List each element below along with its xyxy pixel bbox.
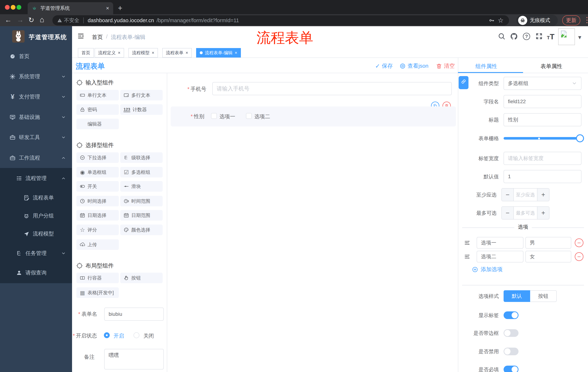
sidebar-item-home[interactable]: 首页 bbox=[0, 51, 72, 62]
min-select-placeholder[interactable]: 至少应选 bbox=[514, 189, 537, 201]
view-json-button[interactable]: 查看json bbox=[399, 62, 429, 70]
tag-process-model[interactable]: 流程模型 × bbox=[128, 48, 158, 57]
home-icon[interactable]: ⌂ bbox=[40, 15, 44, 24]
gender-checkbox-2[interactable] bbox=[246, 113, 252, 119]
url-bar[interactable]: 不安全 dashboard.yudao.iocoder.cn/bpm/manag… bbox=[52, 15, 509, 25]
sidebar-item-payment[interactable]: ¥ 支付管理 bbox=[0, 91, 72, 102]
component-rate[interactable]: ☆ 评分 bbox=[76, 224, 119, 235]
sidebar-item-infra[interactable]: 基础设施 bbox=[0, 112, 72, 123]
component-time-picker[interactable]: 时间选择 bbox=[76, 196, 119, 206]
tag-close-icon[interactable]: × bbox=[118, 50, 120, 55]
phone-input[interactable] bbox=[212, 82, 452, 95]
traffic-light-close[interactable] bbox=[5, 5, 10, 10]
gender-checkbox-1[interactable] bbox=[211, 113, 217, 119]
component-password[interactable]: 密码 bbox=[76, 104, 119, 115]
minus-icon[interactable]: − bbox=[502, 189, 514, 201]
traffic-light-zoom[interactable] bbox=[17, 5, 21, 10]
with-border-toggle[interactable] bbox=[504, 329, 518, 337]
style-button-button[interactable]: 按钮 bbox=[530, 290, 557, 302]
component-slider[interactable]: 滑块 bbox=[120, 181, 163, 192]
fullscreen-icon[interactable] bbox=[535, 32, 543, 40]
tag-process-form-edit[interactable]: 流程表单-编辑 × bbox=[196, 48, 241, 57]
component-counter[interactable]: 123 计数器 bbox=[120, 104, 163, 115]
field-name-input[interactable] bbox=[504, 95, 581, 108]
component-radio-group[interactable]: ◉ 单选框组 bbox=[76, 167, 119, 177]
tag-close-icon[interactable]: × bbox=[186, 50, 188, 55]
sidebar-item-system[interactable]: 系统管理 bbox=[0, 71, 72, 82]
component-switch[interactable]: 开关 bbox=[76, 181, 119, 192]
browser-tab[interactable]: 芋道管理系统 × bbox=[28, 2, 113, 14]
grid-slider-track[interactable] bbox=[504, 137, 582, 139]
security-badge[interactable]: 不安全 bbox=[57, 17, 79, 24]
remove-option-2-button[interactable]: − bbox=[575, 252, 583, 261]
label-width-input[interactable] bbox=[504, 152, 581, 165]
grid-slider-handle[interactable] bbox=[576, 134, 584, 142]
component-color-picker[interactable]: 颜色选择 bbox=[120, 224, 163, 235]
component-single-line-text[interactable]: 单行文本 bbox=[76, 90, 119, 100]
tag-process-form[interactable]: 流程表单 × bbox=[162, 48, 192, 57]
drag-handle-icon[interactable] bbox=[464, 240, 471, 246]
option-2-value-input[interactable] bbox=[525, 251, 571, 262]
style-default-button[interactable]: 默认 bbox=[504, 290, 530, 302]
key-icon[interactable] bbox=[489, 18, 494, 23]
component-multi-line-text[interactable]: 多行文本 bbox=[120, 90, 163, 100]
breadcrumb-home[interactable]: 首页 bbox=[92, 33, 103, 41]
component-row-container[interactable]: 行容器 bbox=[76, 273, 119, 283]
tab-form-props[interactable]: 表单属性 bbox=[541, 63, 562, 70]
max-select-placeholder[interactable]: 最多可选 bbox=[514, 207, 537, 219]
status-off-label[interactable]: 关闭 bbox=[143, 332, 154, 340]
sidebar-item-leave-query[interactable]: 请假查询 bbox=[0, 267, 72, 278]
tag-close-icon[interactable]: × bbox=[235, 50, 237, 55]
component-select[interactable]: 下拉选择 bbox=[76, 152, 119, 163]
tag-process-definition[interactable]: 流程定义 × bbox=[94, 48, 124, 57]
show-label-toggle[interactable] bbox=[504, 311, 518, 319]
plus-icon[interactable]: + bbox=[537, 207, 549, 219]
component-time-range[interactable]: 时间范围 bbox=[120, 196, 163, 206]
github-icon[interactable] bbox=[510, 32, 518, 40]
gender-option-2-label[interactable]: 选项二 bbox=[254, 113, 270, 120]
option-1-value-input[interactable] bbox=[525, 237, 571, 249]
default-value-input[interactable] bbox=[504, 170, 581, 183]
font-size-icon[interactable]: TT bbox=[547, 32, 555, 41]
sidebar-item-process-management[interactable]: 流程管理 bbox=[0, 173, 72, 184]
status-radio-off[interactable] bbox=[134, 332, 139, 338]
remove-option-1-button[interactable]: − bbox=[575, 238, 583, 247]
component-table[interactable]: ▦ 表格[开发中] bbox=[76, 287, 119, 298]
tag-close-icon[interactable]: × bbox=[152, 50, 154, 55]
remark-textarea[interactable]: 嘿嘿 bbox=[104, 349, 164, 370]
disabled-toggle[interactable] bbox=[504, 348, 518, 355]
add-option-button[interactable]: 添加选项 bbox=[472, 266, 503, 273]
sidebar-item-task-management[interactable]: 任务管理 bbox=[0, 248, 72, 259]
sidebar-item-process-model[interactable]: 流程模型 bbox=[0, 228, 72, 240]
update-button[interactable]: 更新 bbox=[562, 15, 580, 25]
browser-menu-icon[interactable]: ⋮ bbox=[583, 16, 588, 24]
avatar-caret-icon[interactable]: ▾ bbox=[578, 33, 581, 41]
sidebar-item-workflow[interactable]: 工作流程 bbox=[0, 152, 72, 164]
back-icon[interactable]: ← bbox=[5, 16, 12, 24]
traffic-light-minimize[interactable] bbox=[11, 5, 15, 10]
plus-icon[interactable]: + bbox=[537, 189, 549, 201]
forward-icon[interactable]: → bbox=[17, 16, 24, 24]
required-toggle[interactable] bbox=[504, 366, 518, 372]
component-button[interactable]: 按钮 bbox=[120, 273, 163, 283]
sidebar-item-devtools[interactable]: 研发工具 bbox=[0, 132, 72, 143]
component-date-range[interactable]: 日期范围 bbox=[120, 210, 163, 221]
option-1-label-input[interactable] bbox=[477, 237, 524, 249]
clear-button[interactable]: 清空 bbox=[436, 62, 455, 70]
status-on-label[interactable]: 开启 bbox=[114, 332, 124, 340]
avatar[interactable] bbox=[558, 28, 575, 45]
component-type-select[interactable]: 多选框组 bbox=[504, 77, 581, 90]
save-button[interactable]: ✓ 保存 bbox=[375, 62, 393, 70]
reload-icon[interactable]: ↻ bbox=[28, 16, 34, 24]
tab-close-icon[interactable]: × bbox=[106, 5, 109, 11]
sidebar-item-user-group[interactable]: 用户分组 bbox=[0, 210, 72, 222]
minus-icon[interactable]: − bbox=[502, 207, 514, 219]
sidebar-item-process-form[interactable]: 流程表单 bbox=[0, 192, 72, 203]
tag-home[interactable]: 首页 bbox=[78, 48, 94, 57]
component-date-picker[interactable]: 日期选择 bbox=[76, 210, 119, 221]
component-cascader[interactable]: 级联选择 bbox=[120, 152, 163, 163]
component-checkbox-group[interactable]: ☑ 多选框组 bbox=[120, 167, 163, 177]
new-tab-button[interactable]: + bbox=[118, 4, 122, 12]
gender-option-1-label[interactable]: 选项一 bbox=[220, 113, 235, 120]
min-select-stepper[interactable]: − 至少应选 + bbox=[501, 188, 549, 201]
